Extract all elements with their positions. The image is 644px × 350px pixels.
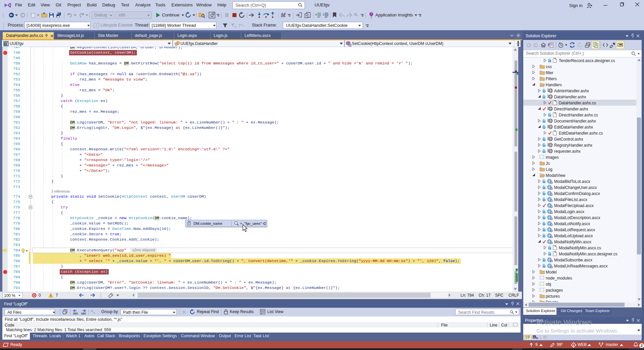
svg-text:1: 1 xyxy=(188,223,190,225)
svg-text:2: 2 xyxy=(323,13,324,16)
svg-text:A: A xyxy=(533,336,535,339)
